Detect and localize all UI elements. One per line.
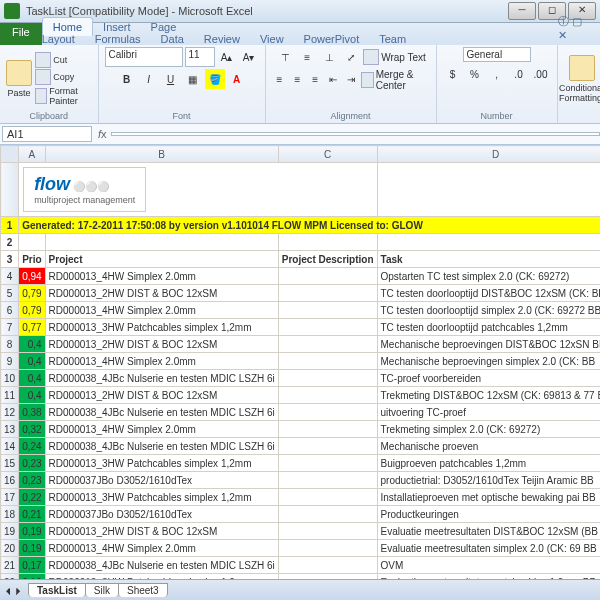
sheet-tab[interactable]: TaskList xyxy=(28,583,86,586)
excel-icon xyxy=(4,3,20,19)
generated-text: Generated: 17-2-2011 17:50:08 by version… xyxy=(19,217,600,234)
table-row[interactable]: 180,21RD000037JBo D3052/1610dTexProductk… xyxy=(1,506,601,523)
orientation-icon[interactable]: ⤢ xyxy=(341,47,361,67)
formula-input[interactable] xyxy=(111,132,600,136)
font-color-button[interactable]: A xyxy=(227,69,247,89)
file-tab[interactable]: File xyxy=(0,23,42,45)
select-all-corner[interactable] xyxy=(1,146,19,163)
table-row[interactable]: 40,94RD000013_4HW Simplex 2.0mmOpstarten… xyxy=(1,268,601,285)
column-header[interactable]: B xyxy=(45,146,278,163)
worksheet[interactable]: ABCDEFGHIJKLMNflow ⚪⚪⚪multiproject manag… xyxy=(0,145,600,585)
format-painter-button[interactable]: Format Painter xyxy=(35,86,91,106)
copy-button[interactable]: Copy xyxy=(35,69,91,85)
sheet-tab[interactable]: Silk xyxy=(85,583,119,586)
italic-button[interactable]: I xyxy=(139,69,159,89)
column-header[interactable]: A xyxy=(19,146,45,163)
number-format-select[interactable]: General xyxy=(463,47,531,62)
merge-center-button[interactable]: Merge & Center xyxy=(361,69,429,91)
table-row[interactable]: 70,77RD000013_3HW Patchcables simplex 1,… xyxy=(1,319,601,336)
table-row[interactable]: 50,79RD000013_2HW DIST & BOC 12xSMTC tes… xyxy=(1,285,601,302)
table-row[interactable]: 190,19RD000013_2HW DIST & BOC 12xSMEvalu… xyxy=(1,523,601,540)
table-row[interactable]: 200,19RD000013_4HW Simplex 2.0mmEvaluati… xyxy=(1,540,601,557)
font-size-select[interactable]: 11 xyxy=(185,47,215,67)
table-row[interactable]: 80,4RD000013_2HW DIST & BOC 12xSMMechani… xyxy=(1,336,601,353)
align-left-icon[interactable]: ≡ xyxy=(272,69,288,89)
window-title: TaskList [Compatibility Mode] - Microsof… xyxy=(26,5,508,17)
fill-color-button[interactable]: 🪣 xyxy=(205,69,225,89)
decrease-font-icon[interactable]: A▾ xyxy=(239,47,259,67)
fx-icon[interactable]: fx xyxy=(98,128,107,140)
help-icon[interactable]: ⓘ ▢ ✕ xyxy=(552,11,600,45)
status-bar: ⏴⏵ TaskListSilkSheet3 xyxy=(0,579,600,585)
ribbon-tabs: File HomeInsertPage LayoutFormulasDataRe… xyxy=(0,23,600,45)
conditional-formatting-button[interactable]: Conditional Formatting xyxy=(564,55,600,103)
table-row[interactable]: 140,24RD000038_4JBc Nulserie en testen M… xyxy=(1,438,601,455)
wrap-text-button[interactable]: Wrap Text xyxy=(363,47,426,67)
flow-logo: flow ⚪⚪⚪multiproject management xyxy=(23,167,146,212)
table-row[interactable]: 100,4RD000038_4JBc Nulserie en testen MD… xyxy=(1,370,601,387)
align-top-icon[interactable]: ⊤ xyxy=(275,47,295,67)
name-box[interactable]: AI1 xyxy=(2,126,92,142)
font-name-select[interactable]: Calibri xyxy=(105,47,183,67)
paste-button[interactable]: Paste xyxy=(6,60,32,98)
cut-button[interactable]: Cut xyxy=(35,52,91,68)
table-row[interactable]: 130,32RD000013_4HW Simplex 2.0mmTrekmeti… xyxy=(1,421,601,438)
table-row[interactable]: 90,4RD000013_4HW Simplex 2.0mmMechanisch… xyxy=(1,353,601,370)
underline-button[interactable]: U xyxy=(161,69,181,89)
column-header[interactable]: D xyxy=(377,146,600,163)
table-row[interactable]: 160,23RD000037JBo D3052/1610dTexproducti… xyxy=(1,472,601,489)
minimize-button[interactable]: ─ xyxy=(508,2,536,20)
table-row[interactable]: 210,17RD000038_4JBc Nulserie en testen M… xyxy=(1,557,601,574)
ribbon: Paste Cut Copy Format Painter Clipboard … xyxy=(0,45,600,124)
column-header[interactable]: C xyxy=(278,146,377,163)
border-button[interactable]: ▦ xyxy=(183,69,203,89)
bold-button[interactable]: B xyxy=(117,69,137,89)
increase-font-icon[interactable]: A▴ xyxy=(217,47,237,67)
formula-bar: AI1 fx xyxy=(0,124,600,145)
table-row[interactable]: 60,79RD000013_4HW Simplex 2.0mmTC testen… xyxy=(1,302,601,319)
table-row[interactable]: 150,23RD000013_3HW Patchcables simplex 1… xyxy=(1,455,601,472)
table-row[interactable]: 170,22RD000013_3HW Patchcables simplex 1… xyxy=(1,489,601,506)
table-row[interactable]: 120,38RD000038_4JBc Nulserie en testen M… xyxy=(1,404,601,421)
table-row[interactable]: 110,4RD000013_2HW DIST & BOC 12xSMTrekme… xyxy=(1,387,601,404)
sheet-tab[interactable]: Sheet3 xyxy=(118,583,168,586)
